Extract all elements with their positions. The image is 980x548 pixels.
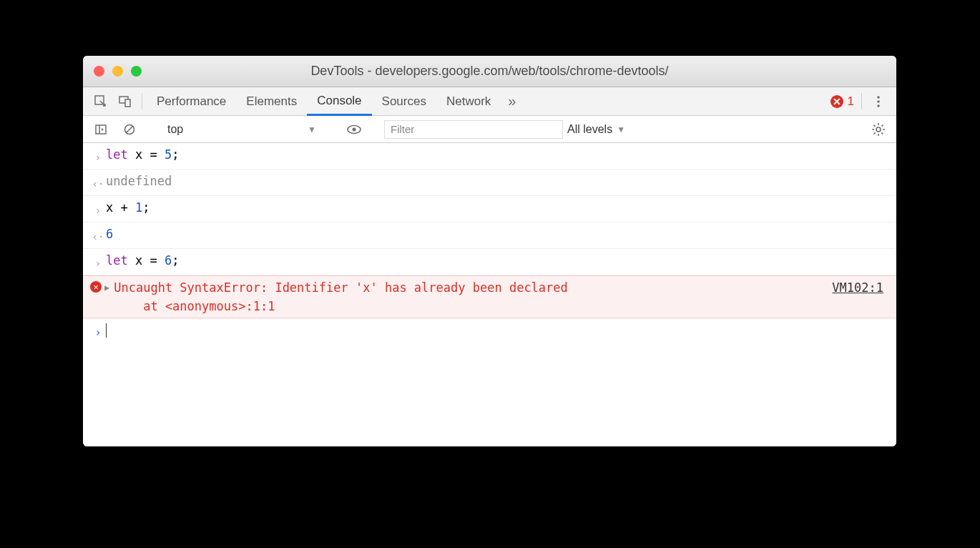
console-input-row: › x + 1; <box>83 196 896 222</box>
console-prompt-row[interactable]: › <box>83 318 896 344</box>
error-icon: ✕ <box>90 278 103 293</box>
titlebar: DevTools - developers.google.com/web/too… <box>83 56 896 87</box>
device-toolbar-icon[interactable] <box>113 87 137 115</box>
input-chevron-icon: › <box>90 198 106 220</box>
console-result: undefined <box>106 172 886 190</box>
return-chevron-icon: ‹· <box>90 225 106 246</box>
levels-label: All levels <box>567 123 612 136</box>
console-input-row: › let x = 5; <box>83 143 896 170</box>
console-result: 6 <box>106 225 886 243</box>
filter-input[interactable] <box>384 120 563 139</box>
window-title: DevTools - developers.google.com/web/too… <box>83 64 896 79</box>
devtools-window: DevTools - developers.google.com/web/too… <box>83 56 896 446</box>
clear-console-icon[interactable] <box>117 123 142 136</box>
log-levels-selector[interactable]: All levels ▼ <box>567 123 625 136</box>
svg-point-5 <box>877 104 880 107</box>
window-traffic-lights <box>83 66 142 77</box>
context-selector[interactable]: top ▼ <box>160 120 324 139</box>
svg-line-20 <box>881 124 883 126</box>
svg-point-12 <box>876 127 881 132</box>
console-error-row: ✕ ▶ Uncaught SyntaxError: Identifier 'x'… <box>83 275 896 318</box>
svg-line-9 <box>127 126 133 132</box>
separator <box>861 93 862 109</box>
devtools-main-toolbar: Performance Elements Console Sources Net… <box>83 87 896 116</box>
expand-triangle-icon[interactable]: ▶ <box>103 278 114 297</box>
error-icon: ✕ <box>830 95 843 108</box>
error-count-badge[interactable]: ✕ 1 <box>830 87 857 115</box>
tab-sources[interactable]: Sources <box>372 87 436 115</box>
tab-network[interactable]: Network <box>436 87 501 115</box>
error-count: 1 <box>848 94 854 109</box>
chevron-down-icon: ▼ <box>617 124 625 134</box>
console-output[interactable]: › let x = 5; ‹· undefined › x + 1; ‹· 6 … <box>83 143 896 446</box>
error-message: Uncaught SyntaxError: Identifier 'x' has… <box>114 278 832 315</box>
tab-performance[interactable]: Performance <box>147 87 236 115</box>
more-tabs-icon[interactable]: » <box>501 87 523 115</box>
return-chevron-icon: ‹· <box>90 172 106 193</box>
tab-elements[interactable]: Elements <box>236 87 307 115</box>
tab-console[interactable]: Console <box>307 87 371 116</box>
console-toolbar: top ▼ All levels ▼ <box>83 116 896 143</box>
input-chevron-icon: › <box>90 145 106 167</box>
console-code: let x = 6; <box>106 251 886 270</box>
separator <box>142 93 142 109</box>
context-label: top <box>167 123 183 136</box>
console-settings-icon[interactable] <box>866 122 891 137</box>
close-window-button[interactable] <box>94 66 104 77</box>
svg-line-17 <box>874 124 876 126</box>
svg-rect-6 <box>96 125 106 134</box>
svg-line-18 <box>881 132 883 134</box>
svg-point-3 <box>877 96 880 99</box>
console-code: x + 1; <box>106 198 886 217</box>
kebab-menu-icon[interactable] <box>866 87 891 115</box>
live-expression-icon[interactable] <box>342 124 366 135</box>
prompt-chevron-icon: › <box>90 321 106 342</box>
console-return-row: ‹· 6 <box>83 222 896 249</box>
svg-rect-2 <box>125 99 130 107</box>
chevron-down-icon: ▼ <box>308 124 316 134</box>
error-source-link[interactable]: VM102:1 <box>832 278 886 297</box>
minimize-window-button[interactable] <box>112 66 123 77</box>
console-return-row: ‹· undefined <box>83 170 896 196</box>
input-chevron-icon: › <box>90 251 106 273</box>
svg-point-11 <box>353 127 356 131</box>
sidebar-toggle-icon[interactable] <box>89 123 113 136</box>
svg-line-19 <box>874 132 876 134</box>
zoom-window-button[interactable] <box>131 66 142 77</box>
console-code: let x = 5; <box>106 145 886 164</box>
console-input-row: › let x = 6; <box>83 249 896 275</box>
svg-point-4 <box>877 100 880 103</box>
inspect-element-icon[interactable] <box>89 87 113 115</box>
console-prompt-input[interactable] <box>106 321 886 339</box>
